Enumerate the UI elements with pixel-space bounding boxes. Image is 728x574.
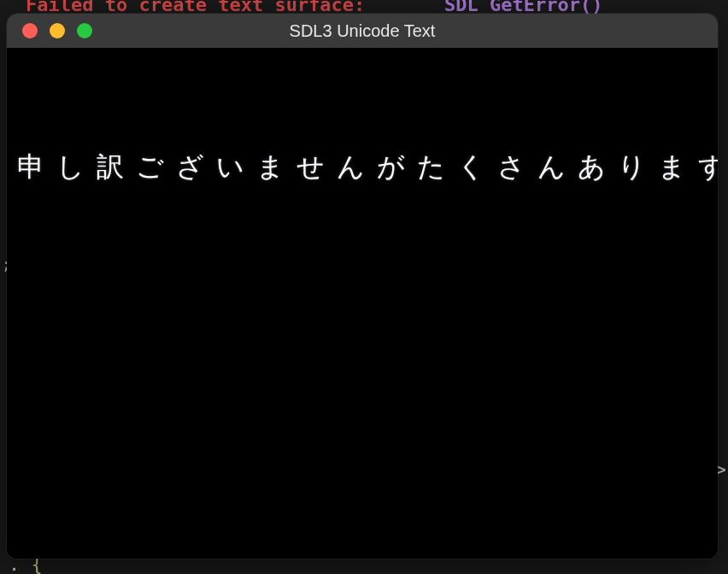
traffic-lights-group [7, 23, 92, 38]
window-title: SDL3 Unicode Text [7, 21, 718, 41]
minimize-button[interactable] [50, 23, 65, 38]
zoom-button[interactable] [77, 23, 92, 38]
window-content-area: 申し訳ございませんがたくさんあります。 [7, 48, 718, 559]
window-titlebar[interactable]: SDL3 Unicode Text [7, 14, 718, 48]
app-window: SDL3 Unicode Text 申し訳ございませんがたくさんあります。 [7, 14, 718, 559]
close-button[interactable] [22, 23, 38, 38]
rendered-unicode-text: 申し訳ございませんがたくさんあります。 [17, 149, 718, 186]
